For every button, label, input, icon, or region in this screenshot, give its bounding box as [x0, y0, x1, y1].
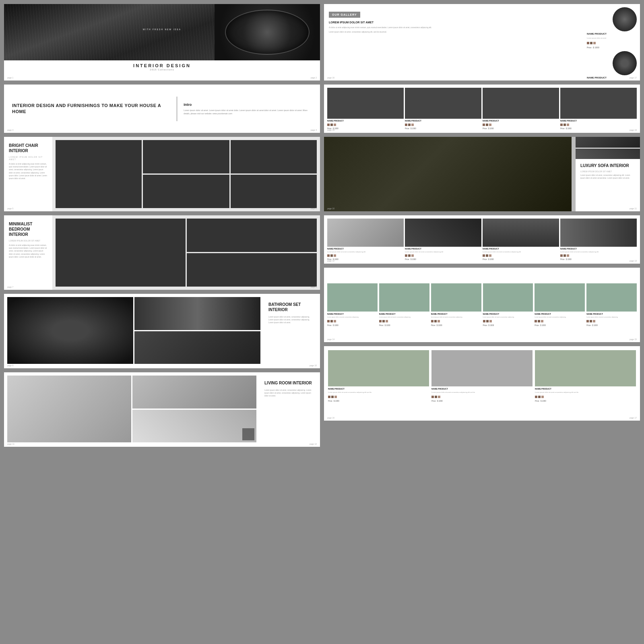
sofa-thumb-2 — [576, 149, 640, 159]
product-name-4: NAME PRODUCT — [560, 120, 637, 122]
product2-swatches-3 — [483, 254, 559, 257]
gallery-tag: OUR GALLERY — [329, 12, 360, 18]
product2-desc-3: Lorem ipsum dolor sit amet consectetur a… — [483, 251, 559, 253]
cp-desc-6: Lorem ipsum dolor sit amet consectetur a… — [586, 316, 637, 318]
page-number-r: page 10 — [310, 364, 317, 367]
swatch — [435, 396, 437, 398]
cp-item-4: NAME PRODUCT Lorem ipsum dolor sit amet … — [483, 283, 533, 327]
page-number: page 16 — [327, 417, 334, 419]
cp-swatches-5 — [535, 320, 585, 322]
cp-image-1 — [327, 283, 378, 312]
gallery-item-1-name: NAME PRODUCT — [587, 33, 637, 35]
bedroom-subtitle: LOREM IPSUM DOLOR SIT AMET — [9, 239, 47, 242]
swatch — [330, 254, 333, 257]
cp-name-6: NAME PRODUCT — [586, 313, 637, 315]
p3-item-3: NAME PRODUCT Lorem ipsum dolor sit amet … — [535, 350, 636, 417]
product-item-1: NAME PRODUCT Price : $ 1000 — [327, 88, 404, 130]
sofa-main-photo — [324, 137, 572, 211]
p3-name-3: NAME PRODUCT — [535, 388, 636, 390]
cover-left-image: WITH FRESH NEW IDEA — [4, 4, 215, 60]
bright-title: BRIGHT CHAIR INTERIOR — [9, 143, 47, 153]
cp-image-3 — [431, 283, 481, 312]
product2-price-2: Price : $ 1000 — [405, 258, 481, 260]
p3-item-1: NAME PRODUCT Lorem ipsum dolor sit amet … — [328, 350, 429, 417]
swatch — [486, 320, 489, 322]
gallery-layout: OUR GALLERY LOREM IPSUM DOLOR SIT AMET A… — [324, 4, 640, 80]
swatch — [586, 320, 589, 322]
swatch — [560, 124, 563, 126]
product-name-3: NAME PRODUCT — [483, 120, 559, 122]
p3-desc-3: Lorem ipsum dolor sit amet consectetur a… — [535, 391, 636, 394]
swatch — [327, 320, 330, 322]
page-bright-chair: BRIGHT CHAIR INTERIOR LOREM IPSUM DOLOR … — [4, 137, 320, 211]
page-bathroom: BATHROOM SET INTERIOR Lorem ipsum dolor … — [4, 294, 320, 368]
cp-swatches-4 — [483, 320, 533, 322]
product-image-4 — [560, 88, 637, 119]
swatch — [541, 320, 543, 322]
product-item-2: NAME PRODUCT Price : $ 1000 — [405, 88, 481, 130]
product-image-2 — [405, 88, 481, 119]
page-number: page 5 — [7, 207, 13, 210]
swatch — [590, 320, 592, 322]
sofa-title: LUXURY SOFA INTERIOR — [580, 163, 635, 168]
bedroom-title: MINIMALIST BEDROOM INTERIOR — [9, 221, 47, 237]
p3-image-1 — [328, 350, 429, 386]
bathroom-photo-2 — [134, 297, 260, 330]
bedroom-photo-1 — [56, 219, 186, 287]
swatch — [489, 124, 491, 126]
cp-desc-1: Lorem ipsum dolor sit amet consectetur a… — [327, 316, 378, 318]
gray-divider-sofa — [572, 137, 576, 211]
cp-image-2 — [379, 283, 429, 312]
page-number-right: page 2 — [311, 76, 317, 79]
gallery-item-1-desc: Lorem ipsum dolor sit amet — [587, 37, 637, 39]
page-bedroom: MINIMALIST BEDROOM INTERIOR LOREM IPSUM … — [4, 215, 320, 290]
cp-desc-3: Lorem ipsum dolor sit amet consectetur a… — [431, 316, 481, 318]
product2-item-2: NAME PRODUCT Lorem ipsum dolor sit amet … — [405, 219, 481, 260]
cp-image-6 — [586, 283, 637, 312]
p3-desc-1: Lorem ipsum dolor sit amet consectetur a… — [328, 391, 429, 394]
cp-name-5: NAME PRODUCT — [535, 313, 585, 315]
swatch — [538, 320, 540, 322]
living-photo-2 — [132, 376, 256, 409]
cp-name-4: NAME PRODUCT — [483, 313, 533, 315]
page-number: page 11 — [7, 443, 14, 445]
bedroom-body: At dolor ut enim adipiscing esse minim v… — [9, 244, 47, 258]
swatch — [438, 396, 440, 398]
bathroom-photo-1 — [7, 297, 133, 364]
product2-image-2 — [405, 219, 481, 247]
gallery-item-1: NAME PRODUCT Lorem ipsum dolor sit amet … — [587, 7, 637, 49]
bathroom-layout: BATHROOM SET INTERIOR Lorem ipsum dolor … — [4, 294, 320, 368]
swatch — [331, 396, 334, 398]
swatch — [489, 320, 492, 322]
swatch — [334, 396, 337, 398]
product-name-1: NAME PRODUCT — [327, 120, 404, 122]
swatch — [411, 254, 414, 257]
product-item-3: NAME PRODUCT Price : $ 1000 — [483, 88, 559, 130]
cp-swatches-6 — [586, 320, 637, 322]
cp-desc-5: Lorem ipsum dolor sit amet consectetur a… — [535, 316, 585, 318]
cover-right-image — [215, 4, 320, 60]
sofa-top-images — [576, 137, 640, 159]
swatch — [535, 396, 537, 398]
products3-grid: NAME PRODUCT Lorem ipsum dolor sit amet … — [324, 346, 640, 421]
swatch-tan — [593, 42, 596, 44]
cp-price-5: Price : $ 1000 — [535, 324, 585, 326]
swatch — [330, 124, 333, 126]
page-number-r: page 13 — [630, 260, 637, 262]
swatch — [434, 320, 437, 322]
product2-swatches-1 — [327, 254, 404, 257]
p3-desc-2: Lorem ipsum dolor sit amet consectetur a… — [431, 391, 533, 394]
cp-swatches-3 — [431, 320, 481, 322]
page-number-r: page 4 — [311, 129, 317, 131]
page-number-r: page 17 — [630, 417, 637, 419]
swatch — [489, 254, 491, 257]
swatch — [408, 254, 411, 257]
sofa-main-image-section — [324, 137, 572, 211]
page-number: page 3 — [7, 129, 13, 131]
cp-price-4: Price : $ 1000 — [483, 324, 533, 326]
page-cover: WITH FRESH NEW IDEA INTERIOR DESIGN 2015… — [4, 4, 320, 80]
p3-image-3 — [535, 350, 636, 386]
bright-layout: BRIGHT CHAIR INTERIOR LOREM IPSUM DOLOR … — [4, 137, 320, 211]
p3-image-2 — [431, 350, 533, 386]
page-number-r: page 11 — [630, 207, 637, 210]
